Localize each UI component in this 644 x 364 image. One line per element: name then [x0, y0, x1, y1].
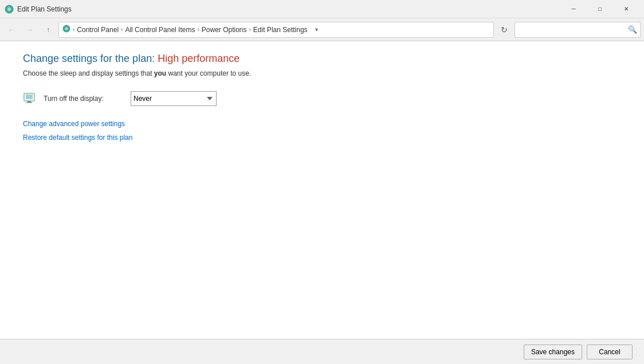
app-icon — [5, 5, 14, 14]
content-area: Change settings for the plan: High perfo… — [0, 41, 644, 339]
display-label: Turn off the display: — [44, 95, 124, 103]
breadcrumb-sep-0: › — [73, 26, 74, 33]
search-container: 🔍 — [515, 22, 641, 38]
subtitle-part2: want your computer to use. — [166, 69, 251, 77]
restore-defaults-link[interactable]: Restore default settings for this plan — [23, 134, 132, 142]
address-bar: ← → ↑ › Control Panel › All Control Pane… — [0, 18, 644, 41]
breadcrumb-dropdown-button[interactable]: ▾ — [311, 23, 323, 37]
breadcrumb-sep-3: › — [249, 26, 251, 33]
window-controls: ─ □ ✕ — [560, 0, 639, 18]
page-title-plan: High performance — [158, 53, 239, 64]
breadcrumb-power-options[interactable]: Power Options — [202, 26, 247, 34]
cancel-button[interactable]: Cancel — [587, 345, 633, 359]
breadcrumb-current: Edit Plan Settings — [253, 26, 308, 34]
main-content: Change settings for the plan: High perfo… — [0, 41, 644, 364]
breadcrumb-control-panel[interactable]: Control Panel — [77, 26, 119, 34]
forward-button[interactable]: → — [22, 22, 38, 38]
subtitle-part1: Choose the sleep and display settings th… — [23, 69, 154, 77]
display-setting-row: Turn off the display: Never 1 minute 2 m… — [23, 91, 621, 106]
save-changes-button[interactable]: Save changes — [524, 345, 582, 359]
window-title: Edit Plan Settings — [17, 5, 560, 13]
back-button[interactable]: ← — [3, 22, 19, 38]
breadcrumb-sep-1: › — [121, 26, 123, 33]
page-title: Change settings for the plan: High perfo… — [23, 53, 621, 65]
maximize-button[interactable]: □ — [587, 0, 613, 18]
restore-defaults-link-row: Restore default settings for this plan — [23, 134, 621, 142]
breadcrumb-sep-2: › — [197, 26, 199, 33]
title-bar: Edit Plan Settings ─ □ ✕ — [0, 0, 644, 18]
minimize-button[interactable]: ─ — [560, 0, 587, 18]
close-button[interactable]: ✕ — [613, 0, 639, 18]
advanced-power-link[interactable]: Change advanced power settings — [23, 120, 125, 128]
svg-point-3 — [65, 28, 68, 30]
svg-rect-6 — [26, 95, 33, 99]
search-input[interactable] — [515, 22, 641, 38]
svg-rect-7 — [28, 101, 31, 102]
svg-rect-8 — [26, 102, 32, 103]
app-icon-small — [62, 25, 70, 34]
refresh-button[interactable]: ↻ — [496, 22, 512, 38]
breadcrumb-all-items[interactable]: All Control Panel Items — [125, 26, 195, 34]
page-subtitle: Choose the sleep and display settings th… — [23, 69, 621, 77]
subtitle-bold: you — [154, 69, 166, 77]
breadcrumb-bar: › Control Panel › All Control Panel Item… — [58, 22, 494, 38]
display-icon — [23, 92, 37, 105]
page-title-prefix: Change settings for the plan: — [23, 53, 158, 64]
display-select[interactable]: Never 1 minute 2 minutes 3 minutes 5 min… — [131, 91, 217, 106]
up-button[interactable]: ↑ — [40, 22, 56, 38]
action-bar: Save changes Cancel — [0, 339, 644, 364]
advanced-power-link-row: Change advanced power settings — [23, 120, 621, 128]
